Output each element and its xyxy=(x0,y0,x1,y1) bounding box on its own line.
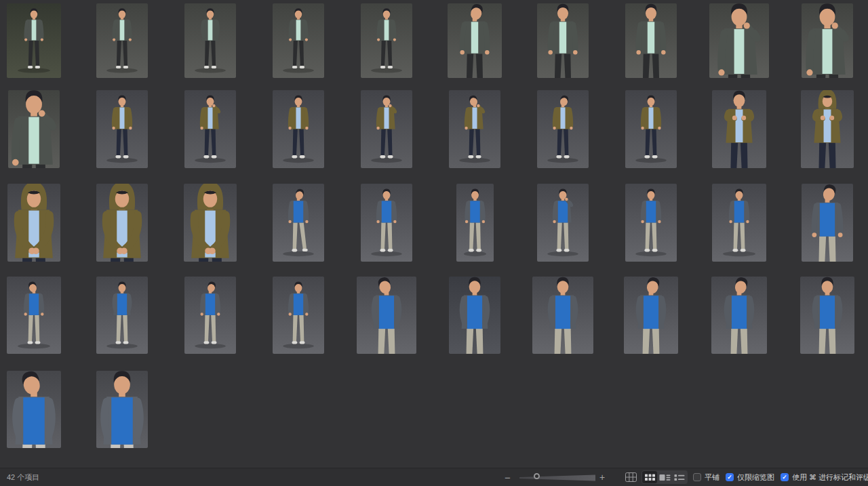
gallery-view-button[interactable] xyxy=(657,471,672,483)
list-view-icon xyxy=(674,473,685,482)
photo-thumbnail[interactable] xyxy=(537,3,589,78)
photo-thumbnail[interactable] xyxy=(357,277,416,354)
photo-thumbnail[interactable] xyxy=(273,3,324,78)
photo-thumbnail[interactable] xyxy=(96,371,148,448)
checkbox-tile-label: 平铺 xyxy=(705,472,719,483)
checkbox-thumbnails-only[interactable]: 仅限缩览图 xyxy=(726,472,774,483)
grid-view-icon xyxy=(645,473,655,482)
photo-thumbnail[interactable] xyxy=(800,277,854,354)
zoom-out-button[interactable]: − xyxy=(505,468,511,486)
photo-thumbnail[interactable] xyxy=(449,277,500,354)
option-checkboxes: 平铺 仅限缩览图 使用 ⌘ 进行标记和评级 xyxy=(693,468,868,486)
photo-thumbnail[interactable] xyxy=(96,184,148,262)
photo-thumbnail[interactable] xyxy=(96,3,148,78)
checkbox-cmd-mark-rate-label: 使用 ⌘ 进行标记和评级 xyxy=(792,472,868,483)
photo-thumbnail[interactable] xyxy=(361,90,412,168)
photo-thumbnail[interactable] xyxy=(624,277,678,354)
photo-thumbnail[interactable] xyxy=(456,184,494,262)
photo-thumbnail[interactable] xyxy=(709,3,769,78)
photo-thumbnail[interactable] xyxy=(537,184,589,262)
photo-thumbnail[interactable] xyxy=(712,90,766,168)
photo-thumbnail[interactable] xyxy=(537,90,589,168)
checkbox-cmd-mark-rate[interactable]: 使用 ⌘ 进行标记和评级 xyxy=(781,472,868,483)
photo-thumbnail[interactable] xyxy=(273,90,324,168)
photo-thumbnail[interactable] xyxy=(7,371,61,448)
view-mode-segmented-control xyxy=(642,470,688,484)
status-bar: 42 个项目 − + xyxy=(0,468,868,486)
photo-thumbnail[interactable] xyxy=(802,3,853,78)
checkbox-tile[interactable]: 平铺 xyxy=(693,472,719,483)
photo-thumbnail[interactable] xyxy=(7,277,61,354)
gallery-view-icon xyxy=(659,473,671,482)
checkbox-tile-box[interactable] xyxy=(693,473,701,481)
photo-thumbnail[interactable] xyxy=(96,277,148,354)
photo-thumbnail[interactable] xyxy=(802,184,853,262)
item-count-label: 42 个项目 xyxy=(7,468,39,486)
photo-thumbnail[interactable] xyxy=(7,184,60,262)
photo-thumbnail[interactable] xyxy=(625,3,677,78)
grid-small-icon xyxy=(625,472,637,482)
photo-thumbnail[interactable] xyxy=(449,90,500,168)
photo-thumbnail[interactable] xyxy=(448,3,502,78)
photo-thumbnail[interactable] xyxy=(625,90,677,168)
thumbnail-size-slider[interactable] xyxy=(534,473,540,479)
photo-thumbnail[interactable] xyxy=(712,184,766,262)
photo-thumbnail[interactable] xyxy=(532,277,593,354)
photo-thumbnail[interactable] xyxy=(711,277,767,354)
photo-thumbnail[interactable] xyxy=(184,90,236,168)
checkbox-cmd-mark-rate-box[interactable] xyxy=(781,473,789,481)
thumbnail-grid xyxy=(0,0,868,468)
photo-thumbnail[interactable] xyxy=(184,184,237,262)
photo-thumbnail[interactable] xyxy=(184,277,236,354)
photo-thumbnail[interactable] xyxy=(625,184,677,262)
photo-thumbnail[interactable] xyxy=(7,3,61,78)
photo-thumbnail[interactable] xyxy=(361,3,412,78)
list-view-button[interactable] xyxy=(672,471,687,483)
photo-thumbnail[interactable] xyxy=(361,184,412,262)
photo-thumbnail[interactable] xyxy=(801,90,854,168)
photo-thumbnail[interactable] xyxy=(273,277,324,354)
photo-thumbnail[interactable] xyxy=(273,184,324,262)
photo-thumbnail[interactable] xyxy=(96,90,148,168)
zoom-in-button[interactable]: + xyxy=(599,468,605,486)
photo-thumbnail[interactable] xyxy=(8,90,60,168)
thumbnail-size-track[interactable] xyxy=(519,474,595,481)
grid-small-view-button[interactable] xyxy=(623,468,639,486)
checkbox-thumbnails-only-label: 仅限缩览图 xyxy=(737,472,774,483)
icon-grid-view-button[interactable] xyxy=(642,471,657,483)
photo-thumbnail[interactable] xyxy=(184,3,236,78)
checkbox-thumbnails-only-box[interactable] xyxy=(726,473,734,481)
